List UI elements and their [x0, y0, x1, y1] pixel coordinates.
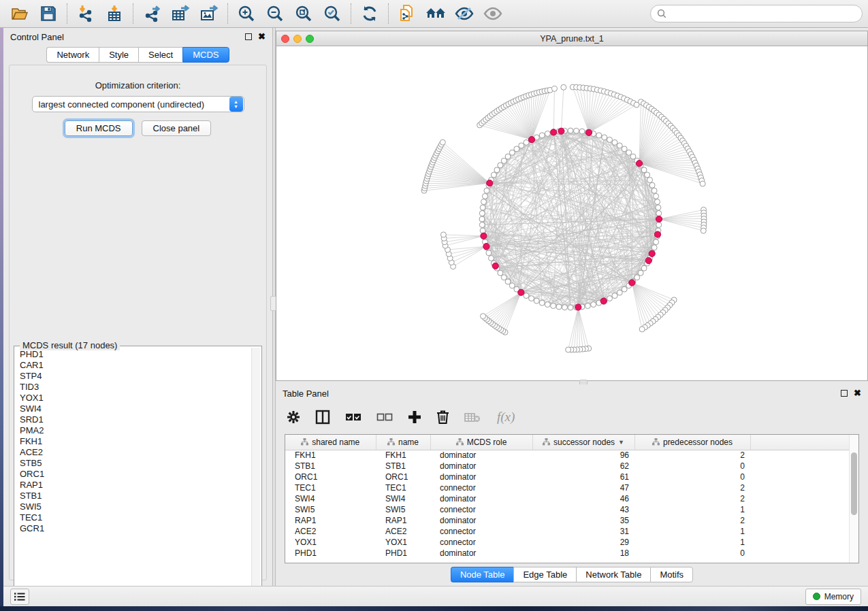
table-row[interactable]: TEC1TEC1connector472 — [285, 482, 849, 493]
mcds-node[interactable] — [654, 231, 660, 237]
column-header-name[interactable]: name — [376, 435, 430, 450]
mcds-result-item[interactable]: SRD1 — [20, 414, 251, 425]
float-window-icon[interactable] — [245, 33, 252, 40]
table-row[interactable]: SWI4SWI4dominator462 — [285, 493, 849, 504]
mcds-node[interactable] — [481, 233, 487, 239]
table-cell[interactable]: TEC1 — [285, 482, 376, 493]
close-panel-icon[interactable]: ✖ — [854, 390, 861, 397]
mcds-node[interactable] — [629, 280, 635, 286]
tab-mcds[interactable]: MCDS — [182, 47, 229, 63]
table-cell[interactable]: 62 — [532, 461, 634, 472]
table-cell[interactable]: TEC1 — [376, 482, 430, 493]
mcds-node[interactable] — [551, 129, 557, 135]
mcds-result-item[interactable]: STB1 — [20, 491, 251, 501]
mcds-result-item[interactable]: TEC1 — [20, 512, 251, 523]
mcds-node[interactable] — [636, 161, 642, 167]
table-row[interactable]: SWI5SWI5connector431 — [285, 504, 849, 515]
node-table-header[interactable]: shared namenameMCDS rolesuccessor nodes▼… — [285, 435, 849, 450]
task-history-button[interactable] — [10, 589, 29, 605]
zoom-fit-icon[interactable] — [289, 2, 318, 25]
unselect-all-columns-icon[interactable] — [376, 413, 393, 422]
table-cell[interactable]: dominator — [430, 515, 532, 526]
table-cell[interactable]: STB1 — [376, 461, 430, 472]
table-cell[interactable]: dominator — [430, 548, 532, 559]
duplicate-network-icon[interactable] — [393, 2, 421, 25]
column-header-MCDS-role[interactable]: MCDS role — [430, 435, 532, 450]
mcds-node[interactable] — [585, 129, 592, 135]
mcds-result-list[interactable]: PHD1CAR1STP4TID3YOX1SWI4SRD1PMA2FKH1ACE2… — [16, 349, 251, 594]
tab-motifs[interactable]: Motifs — [650, 567, 693, 582]
table-cell[interactable]: 47 — [532, 482, 634, 493]
save-session-icon[interactable] — [34, 2, 63, 25]
close-panel-button[interactable]: Close panel — [142, 120, 212, 136]
table-cell[interactable]: SWI5 — [376, 504, 430, 515]
mcds-node[interactable] — [649, 250, 655, 257]
memory-button[interactable]: Memory — [805, 589, 861, 605]
table-cell[interactable]: dominator — [430, 493, 532, 504]
table-row[interactable]: ACE2ACE2connector311 — [285, 526, 849, 537]
export-network-icon[interactable] — [138, 2, 166, 25]
mcds-result-item[interactable]: PMA2 — [20, 425, 251, 436]
table-cell[interactable]: 31 — [532, 526, 634, 537]
table-cell[interactable]: dominator — [430, 472, 532, 482]
mcds-result-item[interactable]: ORC1 — [20, 469, 251, 480]
optimization-criterion-select[interactable]: largest connected component (undirected)… — [32, 96, 244, 112]
export-table-icon[interactable] — [166, 2, 195, 25]
mcds-result-item[interactable]: SWI5 — [20, 501, 251, 512]
network-canvas[interactable] — [276, 46, 867, 380]
table-cell[interactable]: 46 — [532, 493, 634, 504]
node-table[interactable]: shared namenameMCDS rolesuccessor nodes▼… — [285, 435, 850, 559]
refresh-icon[interactable] — [355, 2, 384, 25]
table-cell[interactable]: FKH1 — [376, 450, 430, 461]
table-cell[interactable]: 35 — [532, 515, 634, 526]
import-network-icon[interactable] — [71, 2, 100, 25]
float-window-icon[interactable] — [841, 390, 848, 397]
column-browser-icon[interactable] — [315, 410, 330, 425]
add-column-icon[interactable] — [408, 410, 421, 424]
table-cell[interactable]: 29 — [532, 537, 634, 548]
mcds-result-item[interactable]: CAR1 — [20, 360, 251, 371]
mcds-node[interactable] — [600, 298, 607, 304]
mcds-result-item[interactable]: STB5 — [20, 458, 251, 469]
table-cell[interactable]: SWI4 — [285, 493, 376, 504]
table-row[interactable]: ORC1ORC1dominator610 — [285, 472, 849, 482]
run-mcds-button[interactable]: Run MCDS — [65, 120, 133, 136]
table-cell[interactable]: FKH1 — [285, 450, 376, 461]
column-header-successor-nodes[interactable]: successor nodes▼ — [532, 435, 634, 450]
mcds-node[interactable] — [656, 216, 662, 222]
show-hidden-icon[interactable] — [479, 2, 507, 25]
mcds-node[interactable] — [518, 289, 524, 295]
table-cell[interactable]: connector — [430, 482, 532, 493]
table-cell[interactable]: 2 — [634, 515, 750, 526]
tab-node-table[interactable]: Node Table — [451, 567, 514, 582]
table-scrollbar[interactable] — [849, 435, 858, 563]
table-row[interactable]: YOX1YOX1connector291 — [285, 537, 849, 548]
mcds-result-item[interactable]: RAP1 — [20, 480, 251, 491]
table-cell[interactable]: 18 — [532, 548, 634, 559]
table-cell[interactable]: RAP1 — [376, 515, 430, 526]
zoom-out-icon[interactable] — [261, 2, 289, 25]
table-cell[interactable]: 0 — [634, 548, 750, 559]
table-settings-icon[interactable] — [287, 410, 300, 424]
open-file-icon[interactable] — [5, 2, 34, 25]
column-header-shared-name[interactable]: shared name — [285, 435, 376, 450]
table-cell[interactable]: SWI4 — [376, 493, 430, 504]
mcds-result-item[interactable]: YOX1 — [20, 393, 251, 403]
table-cell[interactable]: 2 — [634, 450, 750, 461]
table-cell[interactable]: 96 — [532, 450, 634, 461]
table-cell[interactable]: ACE2 — [285, 526, 376, 537]
table-cell[interactable]: 43 — [532, 504, 634, 515]
table-row[interactable]: PHD1PHD1dominator180 — [285, 548, 849, 559]
table-cell[interactable]: ORC1 — [285, 472, 376, 482]
table-cell[interactable]: 2 — [634, 493, 750, 504]
table-cell[interactable]: dominator — [430, 461, 532, 472]
tab-network-table[interactable]: Network Table — [576, 567, 650, 582]
table-cell[interactable]: 1 — [634, 504, 750, 515]
table-cell[interactable]: ORC1 — [376, 472, 430, 482]
table-cell[interactable]: PHD1 — [285, 548, 376, 559]
mcds-result-item[interactable]: ACE2 — [20, 447, 251, 458]
close-panel-icon[interactable]: ✖ — [258, 33, 266, 40]
zoom-selected-icon[interactable] — [318, 2, 347, 25]
table-cell[interactable]: PHD1 — [376, 548, 430, 559]
table-cell[interactable]: dominator — [430, 450, 532, 461]
